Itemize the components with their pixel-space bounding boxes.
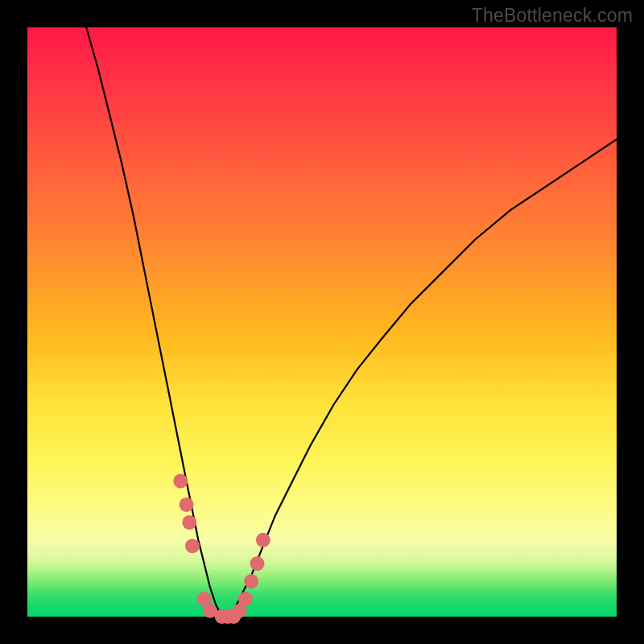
bottleneck-line	[86, 27, 617, 617]
data-marker	[238, 592, 253, 606]
data-marker	[250, 556, 265, 571]
data-marker	[185, 539, 200, 553]
chart-frame: TheBottleneck.com	[0, 0, 644, 644]
data-marker	[180, 497, 194, 512]
plot-area	[27, 27, 617, 617]
data-marker	[173, 474, 188, 489]
data-marker	[244, 574, 258, 588]
data-marker	[256, 533, 270, 547]
data-marker	[182, 515, 196, 530]
watermark-text: TheBottleneck.com	[472, 5, 633, 27]
bottleneck-curve	[27, 27, 617, 617]
